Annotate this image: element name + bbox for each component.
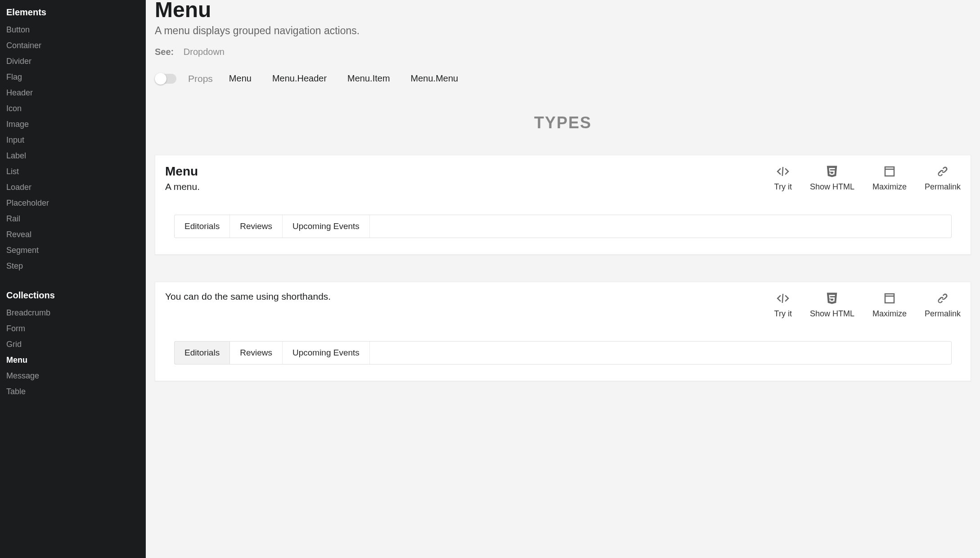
props-link-menu-item[interactable]: Menu.Item — [343, 71, 394, 86]
sidebar-item-step[interactable]: Step — [0, 258, 146, 274]
main-content: Menu A menu displays grouped navigation … — [146, 0, 980, 558]
html5-icon — [825, 164, 839, 179]
toggle-knob — [155, 73, 166, 85]
html5-icon — [825, 291, 839, 306]
sidebar-item-table[interactable]: Table — [0, 384, 146, 400]
showhtml-button[interactable]: Show HTML — [810, 164, 854, 192]
menu-item-upcoming-events[interactable]: Upcoming Events — [283, 215, 370, 238]
sidebar-item-grid[interactable]: Grid — [0, 337, 146, 352]
code-icon — [776, 164, 790, 179]
example-header-row: You can do the same using shorthands. Tr… — [165, 291, 961, 319]
tryit-label: Try it — [774, 309, 792, 319]
sidebar-section-elements: Elements — [0, 4, 146, 22]
showhtml-label: Show HTML — [810, 309, 854, 319]
tryit-label: Try it — [774, 182, 792, 192]
demo-menu: Editorials Reviews Upcoming Events — [174, 341, 952, 364]
maximize-button[interactable]: Maximize — [872, 291, 907, 319]
sidebar-item-flag[interactable]: Flag — [0, 69, 146, 85]
example-info: You can do the same using shorthands. — [165, 291, 331, 302]
sidebar-item-input[interactable]: Input — [0, 132, 146, 148]
demo-area: Editorials Reviews Upcoming Events — [165, 341, 961, 364]
sidebar-item-container[interactable]: Container — [0, 38, 146, 54]
sidebar-item-message[interactable]: Message — [0, 368, 146, 384]
sidebar-item-image[interactable]: Image — [0, 117, 146, 132]
sidebar-spacer — [0, 274, 146, 288]
permalink-label: Permalink — [925, 309, 961, 319]
example-info: Menu A menu. — [165, 164, 200, 192]
sidebar-section-collections: Collections — [0, 288, 146, 305]
menu-item-editorials[interactable]: Editorials — [175, 342, 230, 364]
props-row: Props Menu Menu.Header Menu.Item Menu.Me… — [155, 71, 971, 86]
sidebar-item-menu[interactable]: Menu — [0, 352, 146, 368]
sidebar-item-reveal[interactable]: Reveal — [0, 227, 146, 243]
example-card: Menu A menu. Try it Show HTML — [155, 155, 971, 255]
sidebar-item-placeholder[interactable]: Placeholder — [0, 195, 146, 211]
maximize-label: Maximize — [872, 309, 907, 319]
example-desc: You can do the same using shorthands. — [165, 291, 331, 302]
example-card: You can do the same using shorthands. Tr… — [155, 282, 971, 381]
sidebar-item-header[interactable]: Header — [0, 85, 146, 101]
props-link-menu-header[interactable]: Menu.Header — [268, 71, 331, 86]
menu-item-reviews[interactable]: Reviews — [230, 342, 283, 364]
sidebar-item-breadcrumb[interactable]: Breadcrumb — [0, 305, 146, 321]
example-actions: Try it Show HTML Maximize — [774, 164, 961, 192]
menu-item-upcoming-events[interactable]: Upcoming Events — [283, 342, 370, 364]
permalink-label: Permalink — [925, 182, 961, 192]
showhtml-button[interactable]: Show HTML — [810, 291, 854, 319]
sidebar-item-label[interactable]: Label — [0, 148, 146, 164]
section-heading-types: TYPES — [155, 113, 971, 132]
tryit-button[interactable]: Try it — [774, 291, 792, 319]
window-maximize-icon — [882, 291, 897, 306]
sidebar-item-segment[interactable]: Segment — [0, 243, 146, 258]
showhtml-label: Show HTML — [810, 182, 854, 192]
sidebar: Elements Button Container Divider Flag H… — [0, 0, 146, 558]
see-row: See: Dropdown — [155, 47, 971, 57]
permalink-button[interactable]: Permalink — [925, 291, 961, 319]
props-toggle[interactable] — [155, 74, 176, 84]
sidebar-item-loader[interactable]: Loader — [0, 180, 146, 195]
maximize-button[interactable]: Maximize — [872, 164, 907, 192]
example-header-row: Menu A menu. Try it Show HTML — [165, 164, 961, 192]
see-label: See: — [155, 47, 174, 57]
demo-area: Editorials Reviews Upcoming Events — [165, 215, 961, 238]
tryit-button[interactable]: Try it — [774, 164, 792, 192]
example-actions: Try it Show HTML Maximize — [774, 291, 961, 319]
link-icon — [935, 164, 950, 179]
sidebar-item-rail[interactable]: Rail — [0, 211, 146, 227]
sidebar-item-divider[interactable]: Divider — [0, 54, 146, 69]
example-desc: A menu. — [165, 181, 200, 192]
example-title: Menu — [165, 164, 200, 179]
link-icon — [935, 291, 950, 306]
menu-item-reviews[interactable]: Reviews — [230, 215, 283, 238]
see-link-dropdown[interactable]: Dropdown — [184, 47, 225, 57]
sidebar-item-form[interactable]: Form — [0, 321, 146, 337]
props-label: Props — [188, 73, 213, 84]
window-maximize-icon — [882, 164, 897, 179]
sidebar-item-icon[interactable]: Icon — [0, 101, 146, 117]
menu-item-editorials[interactable]: Editorials — [175, 215, 230, 238]
demo-menu: Editorials Reviews Upcoming Events — [174, 215, 952, 238]
props-link-menu[interactable]: Menu — [225, 71, 256, 86]
sidebar-item-list[interactable]: List — [0, 164, 146, 180]
permalink-button[interactable]: Permalink — [925, 164, 961, 192]
page-title: Menu — [155, 0, 971, 22]
page-subtitle: A menu displays grouped navigation actio… — [155, 25, 971, 37]
code-icon — [776, 291, 790, 306]
props-link-menu-menu[interactable]: Menu.Menu — [406, 71, 463, 86]
sidebar-item-button[interactable]: Button — [0, 22, 146, 38]
maximize-label: Maximize — [872, 182, 907, 192]
